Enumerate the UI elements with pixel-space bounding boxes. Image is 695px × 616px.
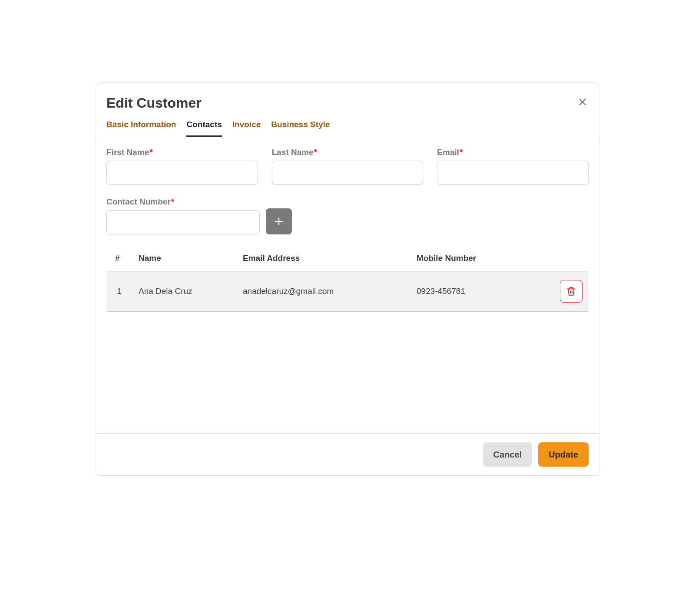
- tab-basic-information[interactable]: Basic Information: [106, 120, 176, 137]
- email-label-wrap: Email *: [437, 148, 589, 157]
- required-mark: *: [171, 197, 174, 207]
- contact-number-label: Contact Number: [106, 197, 171, 207]
- table-body: 1 Ana Dela Cruz anadelcaruz@gmail.com 09…: [106, 271, 589, 312]
- tab-invoice[interactable]: Invoice: [232, 120, 261, 137]
- cell-name: Ana Dela Cruz: [132, 271, 237, 312]
- contact-number-input[interactable]: [106, 210, 260, 234]
- contact-number-wrap: Contact Number *: [106, 197, 260, 234]
- first-name-label-wrap: First Name *: [106, 148, 258, 157]
- contacts-table-wrap: # Name Email Address Mobile Number 1 Ana…: [106, 247, 589, 312]
- trash-icon: [566, 287, 576, 296]
- first-name-input[interactable]: [106, 161, 258, 185]
- plus-icon: [274, 216, 284, 227]
- close-icon: [578, 97, 587, 107]
- form-group-contact-number: Contact Number *: [106, 197, 292, 234]
- required-mark: *: [149, 148, 152, 157]
- form-row-1: First Name * Last Name * Email *: [106, 148, 589, 185]
- required-mark: *: [460, 148, 463, 157]
- last-name-label-wrap: Last Name *: [272, 148, 424, 157]
- contacts-table: # Name Email Address Mobile Number 1 Ana…: [106, 247, 589, 312]
- last-name-input[interactable]: [272, 161, 424, 185]
- col-action: [554, 247, 589, 271]
- form-group-email: Email *: [437, 148, 589, 185]
- col-mobile: Mobile Number: [410, 247, 554, 271]
- first-name-label: First Name: [106, 148, 149, 157]
- table-row: 1 Ana Dela Cruz anadelcaruz@gmail.com 09…: [106, 271, 589, 312]
- modal-title: Edit Customer: [106, 95, 202, 111]
- tabs: Basic Information Contacts Invoice Busin…: [96, 111, 599, 137]
- cell-email: anadelcaruz@gmail.com: [237, 271, 410, 312]
- close-button[interactable]: [576, 96, 589, 108]
- last-name-label: Last Name: [272, 148, 314, 157]
- cell-num: 1: [106, 271, 132, 312]
- tab-business-style[interactable]: Business Style: [271, 120, 330, 137]
- contact-number-label-wrap: Contact Number *: [106, 197, 260, 207]
- form-group-last-name: Last Name *: [272, 148, 424, 185]
- modal-header: Edit Customer: [96, 83, 599, 111]
- col-number: #: [106, 247, 132, 271]
- table-head: # Name Email Address Mobile Number: [106, 247, 589, 271]
- update-button[interactable]: Update: [538, 442, 589, 467]
- required-mark: *: [314, 148, 317, 157]
- edit-customer-modal: Edit Customer Basic Information Contacts…: [96, 82, 599, 476]
- form-area: First Name * Last Name * Email *: [96, 137, 599, 312]
- cell-mobile: 0923-456781: [410, 271, 554, 312]
- email-label: Email: [437, 148, 459, 157]
- cell-action: [554, 271, 589, 312]
- col-email: Email Address: [237, 247, 410, 271]
- cancel-button[interactable]: Cancel: [483, 442, 533, 467]
- email-input[interactable]: [437, 161, 589, 185]
- col-name: Name: [132, 247, 237, 271]
- tab-contacts[interactable]: Contacts: [186, 120, 222, 137]
- form-group-first-name: First Name *: [106, 148, 258, 185]
- form-row-2: Contact Number *: [106, 197, 589, 234]
- delete-contact-button[interactable]: [560, 280, 582, 303]
- add-contact-button[interactable]: [266, 208, 292, 234]
- modal-footer: Cancel Update: [96, 433, 599, 475]
